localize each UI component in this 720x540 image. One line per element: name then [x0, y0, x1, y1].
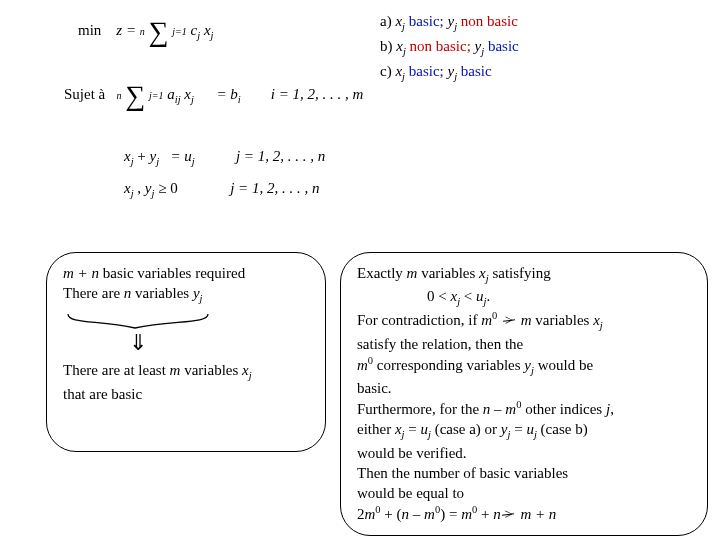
- rb-l7: Furthermore, for the n – m0 other indice…: [357, 398, 691, 419]
- curly-brace-icon: [63, 312, 213, 332]
- cases-list: a) xj basic; yj non basic b) xj non basi…: [380, 10, 519, 84]
- strike-greater-icon: >: [505, 310, 513, 330]
- rb-l11: would be equal to: [357, 483, 691, 503]
- case-c: c) xj basic; yj basic: [380, 60, 519, 85]
- rb-l8: either xj = uj (case a) or yj = uj (case…: [357, 419, 691, 442]
- sum-symbol-2: n ∑ j=1: [117, 82, 164, 110]
- case-a: a) xj basic; yj non basic: [380, 10, 519, 35]
- range-j1: j = 1, 2, . . . , n: [236, 148, 325, 164]
- case-b: b) xj non basic; yj basic: [380, 35, 519, 60]
- lb-line4: that are basic: [63, 384, 309, 404]
- range-j2: j = 1, 2, . . . , n: [230, 180, 319, 196]
- rb-l6: basic.: [357, 378, 691, 398]
- strike-greater-icon-2: >: [504, 504, 512, 524]
- rb-l12: 2m0 + (n – m0) = m0 + n > m + n: [357, 503, 691, 524]
- sum-symbol: n ∑ j=1: [140, 18, 187, 46]
- math-sujet: Sujet à n ∑ j=1 aij xj = bi i = 1, 2, . …: [64, 82, 363, 110]
- lb-line1: m + n basic variables required: [63, 263, 309, 283]
- rb-l3: For contradiction, if m0 > m variables x…: [357, 309, 691, 333]
- math-constraint2: xj + yj = uj j = 1, 2, . . . , n: [124, 148, 325, 167]
- math-objective: min z = n ∑ j=1 cj xj: [78, 18, 214, 46]
- down-double-arrow-icon: ⇓: [63, 330, 213, 356]
- range-i: i = 1, 2, . . . , m: [271, 86, 364, 102]
- rb-l2: 0 < xj < uj.: [357, 286, 691, 309]
- rb-l4: satisfy the relation, then the: [357, 334, 691, 354]
- rb-l1: Exactly m variables xj satisfying: [357, 263, 691, 286]
- rb-l5: m0 corresponding variables yj would be: [357, 354, 691, 378]
- sujet-label: Sujet à: [64, 86, 105, 102]
- right-bubble: Exactly m variables xj satisfying 0 < xj…: [340, 252, 708, 536]
- lb-line2: There are n variables yj: [63, 283, 309, 306]
- lb-line3: There are at least m variables xj: [63, 360, 309, 383]
- rb-l9: would be verified.: [357, 443, 691, 463]
- rb-l10: Then the number of basic variables: [357, 463, 691, 483]
- min-label: min: [78, 22, 101, 38]
- math-constraint3: xj , yj ≥ 0 j = 1, 2, . . . , n: [124, 180, 319, 199]
- left-bubble: m + n basic variables required There are…: [46, 252, 326, 452]
- z-eq: z =: [116, 22, 136, 38]
